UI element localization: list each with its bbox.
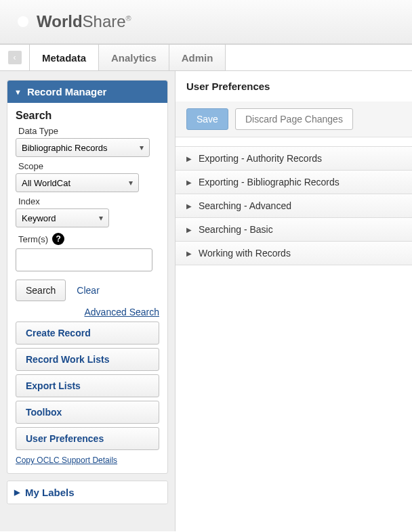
save-button[interactable]: Save: [186, 108, 228, 130]
record-manager-header[interactable]: ▼ Record Manager: [7, 81, 167, 103]
section-label: Exporting - Authority Records: [199, 153, 322, 164]
discard-button[interactable]: Discard Page Changes: [235, 108, 353, 130]
my-labels-header[interactable]: ▶ My Labels: [7, 481, 167, 504]
data-type-value: Bibliographic Records: [22, 143, 107, 153]
chevron-right-icon: ▶: [186, 179, 192, 186]
index-label: Index: [18, 196, 159, 206]
terms-input[interactable]: [16, 248, 152, 271]
help-icon[interactable]: ?: [52, 233, 64, 245]
data-type-select[interactable]: Bibliographic Records: [16, 138, 150, 157]
chevron-right-icon: ▶: [186, 155, 192, 162]
search-button[interactable]: Search: [16, 280, 66, 301]
scope-label: Scope: [18, 161, 159, 171]
index-select[interactable]: Keyword: [16, 208, 109, 227]
back-button[interactable]: ‹: [0, 45, 30, 70]
section-label: Searching - Basic: [199, 224, 273, 235]
record-manager-panel: ▼ Record Manager Search Data Type Biblio…: [7, 80, 168, 474]
worldshare-logo-icon: [14, 12, 33, 31]
index-value: Keyword: [22, 213, 56, 223]
chevron-left-icon: ‹: [8, 51, 22, 64]
content-area: User Preferences Save Discard Page Chang…: [175, 71, 412, 531]
chevron-right-icon: ▶: [186, 202, 192, 210]
my-labels-title: My Labels: [25, 487, 75, 498]
chevron-right-icon: ▶: [14, 488, 20, 497]
tab-analytics[interactable]: Analytics: [99, 45, 169, 70]
worldshare-logo-text: WorldShare®: [37, 12, 131, 31]
preferences-accordion: ▶ Exporting - Authority Records ▶ Export…: [176, 146, 412, 265]
clear-link[interactable]: Clear: [77, 285, 99, 296]
sidebar: ▼ Record Manager Search Data Type Biblio…: [0, 71, 175, 531]
nav-create-record[interactable]: Create Record: [16, 322, 159, 345]
chevron-down-icon: ▼: [14, 88, 22, 96]
copy-oclc-support-link[interactable]: Copy OCLC Support Details: [16, 456, 117, 465]
section-label: Searching - Advanced: [199, 200, 291, 211]
nav-user-preferences[interactable]: User Preferences: [16, 427, 159, 450]
main-tab-bar: ‹ Metadata Analytics Admin: [0, 44, 412, 71]
nav-record-work-lists[interactable]: Record Work Lists: [16, 348, 159, 371]
record-manager-body: Search Data Type Bibliographic Records S…: [7, 103, 167, 473]
chevron-right-icon: ▶: [186, 226, 192, 234]
record-manager-title: Record Manager: [27, 86, 107, 97]
advanced-search-link[interactable]: Advanced Search: [84, 307, 159, 317]
app-header: WorldShare®: [0, 0, 412, 44]
search-heading: Search: [16, 110, 159, 122]
data-type-label: Data Type: [18, 126, 159, 136]
tab-admin[interactable]: Admin: [169, 45, 226, 70]
my-labels-panel: ▶ My Labels: [7, 481, 168, 504]
section-searching-basic[interactable]: ▶ Searching - Basic: [176, 217, 412, 242]
scope-select[interactable]: All WorldCat: [16, 173, 139, 192]
section-exporting-authority[interactable]: ▶ Exporting - Authority Records: [176, 146, 412, 171]
terms-label: Term(s): [18, 234, 48, 244]
section-exporting-bibliographic[interactable]: ▶ Exporting - Bibliographic Records: [176, 170, 412, 194]
tab-metadata[interactable]: Metadata: [30, 45, 99, 70]
scope-value: All WorldCat: [22, 178, 70, 188]
section-searching-advanced[interactable]: ▶ Searching - Advanced: [176, 194, 412, 218]
nav-export-lists[interactable]: Export Lists: [16, 374, 159, 397]
nav-toolbox[interactable]: Toolbox: [16, 401, 159, 424]
section-working-records[interactable]: ▶ Working with Records: [176, 241, 412, 265]
section-label: Working with Records: [199, 248, 291, 259]
page-title: User Preferences: [176, 71, 412, 102]
section-label: Exporting - Bibliographic Records: [199, 177, 339, 187]
chevron-right-icon: ▶: [186, 250, 192, 257]
content-actions: Save Discard Page Changes: [176, 102, 412, 137]
